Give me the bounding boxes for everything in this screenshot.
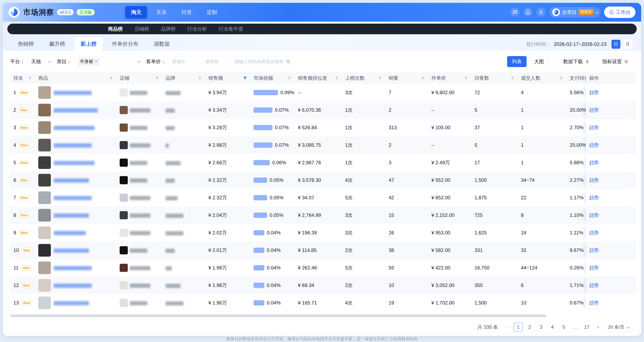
product-name[interactable]: ▇▇▇▇▇▇▇▇▇▇▇▇▇: [54, 195, 92, 200]
page-button[interactable]: 2: [525, 323, 534, 331]
subnav-item[interactable]: 行业分析: [188, 26, 207, 32]
product-thumb[interactable]: [38, 209, 51, 222]
page-button[interactable]: 3: [536, 323, 546, 331]
month-toggle-button[interactable]: 月: [623, 40, 632, 49]
product-name[interactable]: ▇▇▇▇▇▇▇▇▇▇▇▇: [54, 248, 89, 253]
store-name[interactable]: ▇▇▇▇▇▇: [130, 160, 147, 165]
max-price-input[interactable]: [202, 56, 228, 67]
filter-funnel-icon[interactable]: [243, 76, 247, 80]
store-name[interactable]: ▇▇▇▇▇▇: [130, 178, 147, 183]
filter-funnel-icon[interactable]: [155, 76, 159, 80]
product-thumb[interactable]: [38, 139, 51, 151]
product-thumb[interactable]: [38, 296, 51, 309]
product-thumb[interactable]: [38, 191, 51, 204]
column-header[interactable]: 操作: [586, 72, 636, 84]
product-thumb[interactable]: [38, 279, 51, 292]
filter-funnel-icon[interactable]: [335, 76, 338, 80]
product-thumb[interactable]: [38, 174, 51, 187]
close-icon[interactable]: ×: [95, 59, 98, 64]
category-select[interactable]: 半身裙 ×: [75, 56, 143, 67]
product-name[interactable]: ▇▇▇▇▇▇▇▇▇▇▇▇▇: [54, 90, 92, 95]
chat-icon[interactable]: [510, 8, 520, 17]
trend-link[interactable]: 趋势: [589, 90, 599, 95]
column-header[interactable]: 商品: [35, 72, 116, 84]
column-header[interactable]: 店铺: [116, 72, 162, 84]
rank-tab[interactable]: 飙升榜: [43, 37, 71, 51]
product-name[interactable]: ▇▇▇▇▇▇▇▇▇▇▇▇: [54, 178, 89, 183]
product-thumb[interactable]: [38, 156, 51, 169]
filter-funnel-icon[interactable]: [109, 76, 113, 80]
product-thumb[interactable]: [38, 104, 51, 116]
store-name[interactable]: ▇▇▇▇▇▇▇: [130, 265, 150, 270]
page-button[interactable]: 5: [559, 323, 568, 331]
product-thumb[interactable]: [38, 244, 51, 257]
store-name[interactable]: ▇▇▇▇▇▇▇: [130, 143, 150, 147]
account-menu[interactable]: 全类目 管理员: [550, 7, 600, 18]
page-button[interactable]: 1: [514, 323, 523, 331]
column-header[interactable]: 销售额排位差: [295, 72, 342, 84]
filter-funnel-icon[interactable]: [198, 76, 202, 80]
product-name[interactable]: ▇▇▇▇▇▇▇▇▇▇▇▇: [54, 300, 89, 305]
column-header[interactable]: 销量: [386, 72, 428, 84]
store-name[interactable]: ▇▇▇▇▇▇: [130, 248, 147, 253]
store-name[interactable]: ▇▇▇▇▇▇▇: [130, 230, 150, 235]
trend-link[interactable]: 趋势: [589, 230, 599, 235]
page-size-select[interactable]: 20 条/页: [605, 322, 632, 332]
data-download-button[interactable]: 数据下载: [558, 56, 595, 67]
store-name[interactable]: ▇▇▇▇▇▇▇: [130, 108, 150, 112]
list-view-button[interactable]: 列表: [507, 56, 526, 67]
subnav-item[interactable]: 行业集中度: [219, 26, 243, 32]
page-button[interactable]: 4: [548, 323, 557, 331]
trend-link[interactable]: 趋势: [589, 160, 599, 165]
rank-tab[interactable]: 件单价分布: [106, 37, 144, 51]
trend-link[interactable]: 趋势: [589, 195, 599, 200]
search-icon[interactable]: [286, 59, 291, 65]
invite-user-icon[interactable]: [536, 8, 546, 17]
product-thumb[interactable]: [38, 121, 51, 134]
filter-funnel-icon[interactable]: [510, 76, 514, 80]
product-name[interactable]: ▇▇▇▇▇▇▇▇▇▇▇▇▇: [54, 283, 92, 288]
platform-select[interactable]: 天猫: [28, 56, 54, 67]
rank-tab[interactable]: 源数据: [148, 37, 176, 51]
platform-tab[interactable]: 京东: [150, 6, 172, 19]
trend-link[interactable]: 趋势: [589, 282, 599, 288]
trend-link[interactable]: 趋势: [589, 107, 599, 113]
product-name[interactable]: ▇▇▇▇▇▇▇▇▇▇▇▇▇: [54, 143, 92, 147]
column-header[interactable]: 支付转化率: [566, 72, 586, 84]
subnav-item[interactable]: 商品榜: [108, 26, 123, 32]
product-name[interactable]: ▇▇▇▇▇▇▇▇▇▇▇: [54, 230, 86, 235]
product-name[interactable]: ▇▇▇▇▇▇▇▇▇▇▇▇: [54, 213, 89, 218]
platform-tab[interactable]: 抖音: [176, 6, 198, 19]
trend-link[interactable]: 趋势: [589, 142, 599, 148]
min-price-input[interactable]: [169, 56, 194, 67]
product-name[interactable]: ▇▇▇▇▇▇▇▇▇▇▇▇▇▇: [54, 125, 94, 130]
scrollbar-thumb[interactable]: [10, 314, 546, 317]
filter-funnel-icon[interactable]: [288, 76, 292, 80]
platform-tab[interactable]: 淘天: [125, 6, 147, 19]
trend-link[interactable]: 趋势: [589, 247, 599, 253]
metric-settings-button[interactable]: 指标设置: [597, 56, 634, 67]
trend-link[interactable]: 趋势: [589, 265, 599, 270]
store-name[interactable]: ▇▇▇▇▇▇▇: [130, 195, 150, 200]
workspace-button[interactable]: 工作台: [604, 7, 636, 18]
filter-funnel-icon[interactable]: [559, 76, 563, 80]
column-header[interactable]: 市场份额: [250, 72, 295, 84]
platform-tab[interactable]: 定制: [201, 6, 223, 19]
product-name[interactable]: ▇▇▇▇▇▇▇▇▇▇▇▇▇: [54, 265, 92, 270]
store-name[interactable]: ▇▇▇▇▇▇: [130, 90, 147, 95]
product-thumb[interactable]: [38, 226, 51, 239]
grid-view-button[interactable]: 大图: [529, 56, 549, 67]
filter-funnel-icon[interactable]: [378, 76, 382, 80]
product-name[interactable]: ▇▇▇▇▇▇▇▇▇▇▇▇▇▇: [54, 160, 94, 165]
next-page-button[interactable]: ›: [594, 323, 602, 331]
trend-link[interactable]: 趋势: [589, 125, 599, 130]
page-button[interactable]: ...: [571, 323, 580, 331]
rank-tab[interactable]: 新上榜: [74, 37, 102, 51]
store-name[interactable]: ▇▇▇▇▇▇▇: [130, 283, 150, 288]
column-header[interactable]: 上榜次数: [342, 72, 386, 84]
column-header[interactable]: 访客数: [471, 72, 518, 84]
trend-link[interactable]: 趋势: [589, 300, 599, 305]
filter-funnel-icon[interactable]: [421, 76, 425, 80]
rank-tab[interactable]: 热销榜: [12, 37, 40, 51]
column-header[interactable]: 件单价: [428, 72, 471, 84]
